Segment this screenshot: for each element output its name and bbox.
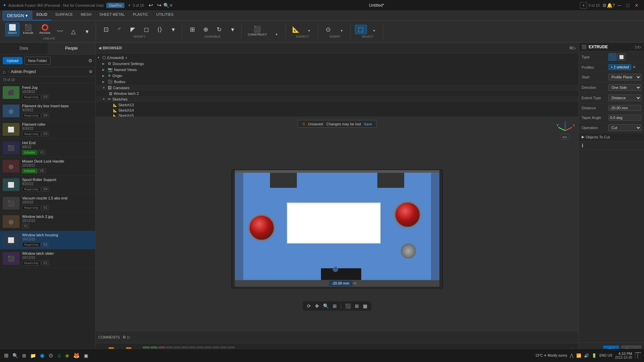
construct-more-button[interactable]: ▾ xyxy=(271,31,283,38)
taper-angle-input[interactable] xyxy=(608,115,641,121)
motion-button[interactable]: ↻ xyxy=(213,25,225,34)
user-badge[interactable]: DanPro xyxy=(106,3,124,8)
operation-select[interactable]: Cut xyxy=(608,124,641,131)
objects-to-cut-section[interactable]: ▶ Objects To Cut xyxy=(579,133,644,141)
display-mode-button[interactable]: ⬛ xyxy=(344,303,352,309)
tree-doc-settings[interactable]: ▶⚙ Document Settings xyxy=(96,61,579,67)
tree-sketch14[interactable]: 📐 Sketch14 xyxy=(96,108,579,113)
fit-button[interactable]: ⊞ xyxy=(331,303,338,309)
modify-more-button[interactable]: ▾ xyxy=(167,25,179,34)
upload-button[interactable]: Upload xyxy=(3,57,22,64)
file-item[interactable]: ⬛ Feed Jug 10/28/22 Read-OnlyV3 xyxy=(0,83,95,102)
tab-plastic[interactable]: PLASTIC xyxy=(129,11,152,20)
browser-collapse-button[interactable]: ◀ xyxy=(98,46,101,50)
construct-main-button[interactable]: ⬛CONSTRUCT xyxy=(246,24,269,38)
select-main-button[interactable]: ⬚ xyxy=(355,25,367,34)
tab-data[interactable]: Data xyxy=(0,43,48,54)
file-item[interactable]: ◎ Filament dry box Insert base 9/29/22 R… xyxy=(0,102,95,120)
pan-button[interactable]: ✥ xyxy=(314,303,320,309)
chamfer-button[interactable]: ◤ xyxy=(127,25,139,34)
display-settings-button[interactable]: ▦ xyxy=(362,303,369,309)
create-more-button[interactable]: ▾ xyxy=(81,27,93,36)
profiles-clear-button[interactable]: ✕ xyxy=(633,65,636,69)
type-solid-icon[interactable]: ⬛ xyxy=(608,53,616,61)
sweep-button[interactable]: 〰 xyxy=(54,27,66,36)
file-explorer-button[interactable]: 📁 xyxy=(29,352,37,360)
design-dropdown[interactable]: DESIGN ▾ xyxy=(3,11,32,20)
tree-origin[interactable]: ▶✛ Origin xyxy=(96,73,579,79)
shell-button[interactable]: ◻ xyxy=(140,25,152,34)
tree-bodies[interactable]: ▶⬛ Bodies xyxy=(96,79,579,85)
inspect-more-button[interactable]: ▾ xyxy=(303,27,315,34)
save-link[interactable]: Save xyxy=(364,122,372,126)
file-item[interactable]: ◎ Mower Deck Lock Handle 10/29/22 Editab… xyxy=(0,157,95,176)
start-button[interactable]: ⊞ xyxy=(3,351,10,360)
tab-people[interactable]: People xyxy=(48,43,95,54)
settings-button[interactable]: ⚙ xyxy=(602,3,607,8)
insert-more-button[interactable]: ▾ xyxy=(336,27,348,34)
file-item[interactable]: ⬜ Window latch housing 10/12/22 Read-Onl… xyxy=(0,231,95,249)
comments-settings-button[interactable]: ⚙ xyxy=(122,335,126,340)
direction-select[interactable]: One Side xyxy=(608,84,641,91)
file-item[interactable]: ⬜ Filament roller 9/30/22 Read-OnlyV3 xyxy=(0,120,95,139)
zoom-button[interactable]: 🔍 xyxy=(322,303,330,309)
extrude-collapse-button[interactable]: ▷▷ xyxy=(635,45,641,49)
show-desktop-button[interactable]: │ xyxy=(635,352,641,359)
tree-sketch13[interactable]: 📐 Sketch13 xyxy=(96,102,579,108)
comments-collapse-button[interactable]: ▷ xyxy=(127,335,130,340)
file-item[interactable]: ⬛ Hot End 9/6/22 EditableV1 xyxy=(0,139,95,157)
extent-type-select[interactable]: Distance xyxy=(608,95,641,101)
search-button[interactable]: 🔍 xyxy=(163,3,169,8)
taskbar-extra-button[interactable]: ▣ xyxy=(83,352,90,360)
assemble-more-button[interactable]: ▾ xyxy=(226,25,238,34)
browser-collapse-right[interactable]: ▷ xyxy=(573,46,576,50)
type-surface-icon[interactable]: ⬜ xyxy=(618,53,626,61)
tab-sheet-metal[interactable]: SHEET METAL xyxy=(96,11,129,20)
joint-button[interactable]: ⊕ xyxy=(200,25,212,34)
file-item[interactable]: ⬛ Window latch slider 10/12/22 Read-Only… xyxy=(0,249,95,268)
grid-button[interactable]: ⊞ xyxy=(354,303,360,309)
redo-button[interactable]: ↪ xyxy=(155,2,163,9)
window-close-button[interactable]: ✕ xyxy=(632,3,641,8)
tree-canvases[interactable]: ▼🖼 Canvases xyxy=(96,85,579,91)
tab-surface[interactable]: SURFACE xyxy=(51,11,77,20)
extrude-button[interactable]: ⬛Extrude xyxy=(21,23,36,36)
insert-main-button[interactable]: ⊙ xyxy=(322,25,334,34)
taskbar-search-button[interactable]: 🔍 xyxy=(11,352,19,360)
new-folder-button[interactable]: New Folder xyxy=(24,57,51,65)
distance-input[interactable] xyxy=(608,105,641,111)
task-view-button[interactable]: ⊞ xyxy=(21,352,28,360)
firefox-button[interactable]: 🦊 xyxy=(72,351,81,360)
tree-named-views[interactable]: ▶📷 Named Views xyxy=(96,67,579,73)
project-settings-icon[interactable]: ⚙ xyxy=(89,69,93,74)
create-sketch-button[interactable]: ⬜Sketch xyxy=(5,23,19,36)
chrome-button[interactable]: ⊙ xyxy=(47,351,54,360)
nvidia-button[interactable]: ◈ xyxy=(64,351,70,360)
select-more-button[interactable]: ▾ xyxy=(368,27,380,34)
tab-solid[interactable]: SOLID xyxy=(32,11,51,20)
tree-sketch15[interactable]: 📐 Sketch15 xyxy=(96,113,579,117)
new-component-button[interactable]: ⊞ xyxy=(186,25,198,34)
help-button[interactable]: ? xyxy=(612,3,615,8)
browser-settings-button[interactable]: ⚙ xyxy=(569,46,573,50)
inspect-main-button[interactable]: 📐 xyxy=(290,25,302,34)
profiles-selector-button[interactable]: + 2 selected xyxy=(608,64,631,70)
spotify-button[interactable]: ♫ xyxy=(56,351,62,360)
revolve-button[interactable]: ⭕Revolve xyxy=(37,23,53,36)
close-search-button[interactable]: ✕ xyxy=(169,3,173,8)
panel-settings-button[interactable]: ⚙ xyxy=(88,58,93,63)
tab-utilities[interactable]: UTILITIES xyxy=(152,11,177,20)
undo-button[interactable]: ↩ xyxy=(147,2,155,9)
file-item[interactable]: ⬛ Vacuum nozzle 1.5 abs end 10/5/22 Read… xyxy=(0,194,95,213)
draft-button[interactable]: ⟨⟩ xyxy=(154,25,166,34)
tree-window-latch[interactable]: 🖼 Window latch 2 xyxy=(96,91,579,96)
viewport[interactable]: ⚠ Unsaved: Changes may be lost Save xyxy=(96,117,579,331)
add-window-button[interactable]: + xyxy=(580,2,587,9)
fillet-button[interactable]: ◜ xyxy=(113,25,125,34)
orbit-button[interactable]: ⟳ xyxy=(306,303,312,309)
tree-root[interactable]: ▼ ⬡ (Unsaved) ▾ xyxy=(96,55,579,61)
tab-mesh[interactable]: MESH xyxy=(77,11,96,20)
minimize-button[interactable]: ─ xyxy=(615,3,624,8)
edge-button[interactable]: ◉ xyxy=(39,351,46,360)
start-select[interactable]: Profile Plane xyxy=(608,74,641,80)
